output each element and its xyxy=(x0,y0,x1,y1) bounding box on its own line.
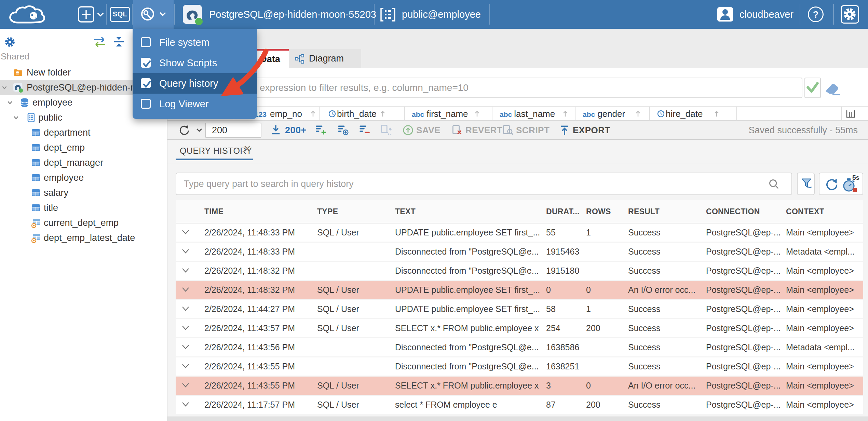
filter-expression-input[interactable] xyxy=(171,78,802,98)
expand-row-chevron-icon[interactable] xyxy=(176,266,199,276)
tree-item-salary[interactable]: salary xyxy=(0,185,167,200)
clear-filter-eraser-icon[interactable] xyxy=(824,81,842,96)
fetch-more-button[interactable]: 200+ xyxy=(285,121,307,140)
menu-item-show-scripts[interactable]: Show Scripts xyxy=(133,53,257,73)
cloudbeaver-logo-icon[interactable] xyxy=(8,3,62,25)
navigator-settings-gear-icon[interactable] xyxy=(3,36,16,49)
checkbox-checked-icon[interactable] xyxy=(141,58,151,68)
add-row-icon[interactable] xyxy=(315,124,327,136)
close-icon[interactable]: ✕ xyxy=(243,143,251,154)
expand-row-chevron-icon[interactable] xyxy=(176,285,199,296)
delete-row-icon[interactable] xyxy=(359,124,370,136)
tree-item-dept-manager[interactable]: dept_manager xyxy=(0,155,167,170)
apply-filter-button[interactable] xyxy=(804,78,821,98)
script-icon[interactable] xyxy=(502,125,513,136)
username[interactable]: cloudbeaver xyxy=(740,0,794,29)
menu-item-file-system[interactable]: File system xyxy=(133,32,257,53)
history-column-header-time[interactable]: TIME xyxy=(199,207,312,216)
save-icon[interactable] xyxy=(403,125,413,136)
revert-icon[interactable] xyxy=(452,125,463,136)
revert-button[interactable]: REVERT xyxy=(465,121,502,140)
chevron-down-icon[interactable] xyxy=(13,114,19,121)
history-column-header-durat[interactable]: DURAT... xyxy=(541,207,581,216)
fetch-more-icon[interactable] xyxy=(270,124,282,136)
tab-data[interactable]: Data xyxy=(252,49,289,68)
sort-icon[interactable] xyxy=(474,112,480,118)
query-history-row[interactable]: 2/26/2024, 11:48:33 PMSQL / UserUPDATE p… xyxy=(176,223,863,242)
query-history-row[interactable]: 2/26/2024, 11:44:27 PMSQL / UserUPDATE p… xyxy=(176,300,863,318)
chevron-down-icon[interactable] xyxy=(7,99,13,106)
row-limit-input[interactable] xyxy=(205,123,261,138)
checkbox-unchecked-icon[interactable] xyxy=(141,99,151,109)
script-button[interactable]: SCRIPT xyxy=(516,121,550,140)
columns-config-icon[interactable] xyxy=(845,109,856,118)
query-history-row[interactable]: 2/26/2024, 11:48:33 PMDisconnected from … xyxy=(176,243,863,261)
sort-icon[interactable] xyxy=(562,112,569,118)
refresh-history-icon[interactable] xyxy=(824,177,839,192)
connection-name[interactable]: PostgreSQL@ep-hidden-moon-55203 xyxy=(209,0,376,29)
grid-column-header-birth-date[interactable]: birth_date xyxy=(328,109,386,119)
tree-item-title[interactable]: title xyxy=(0,200,167,215)
query-history-search-input[interactable] xyxy=(176,173,792,195)
tree-item-department[interactable]: department xyxy=(0,125,167,140)
collapse-all-icon[interactable] xyxy=(112,36,126,48)
auto-refresh-script-icon[interactable] xyxy=(380,124,392,136)
query-history-row[interactable]: 2/26/2024, 11:43:57 PMSQL / UserSELECT x… xyxy=(176,319,863,337)
expand-row-chevron-icon[interactable] xyxy=(176,323,199,334)
tree-item-dept-emp-latest-date[interactable]: dept_emp_latest_date xyxy=(0,230,167,245)
menu-item-log-viewer[interactable]: Log Viewer xyxy=(133,94,257,114)
expand-row-chevron-icon[interactable] xyxy=(176,380,199,391)
checkbox-unchecked-icon[interactable] xyxy=(141,37,151,47)
grid-column-header-first-name[interactable]: abcfirst_name xyxy=(412,109,480,119)
history-column-header-connection[interactable]: CONNECTION xyxy=(701,207,781,216)
history-column-header-context[interactable]: CONTEXT xyxy=(781,207,863,216)
filter-history-button[interactable] xyxy=(797,173,815,195)
sort-icon[interactable] xyxy=(635,112,641,118)
export-button[interactable]: EXPORT xyxy=(573,121,610,140)
query-history-row[interactable]: 2/26/2024, 11:48:32 PMDisconnected from … xyxy=(176,262,863,280)
expand-row-chevron-icon[interactable] xyxy=(176,227,199,238)
horizontal-scrollbar[interactable] xyxy=(167,417,868,421)
expand-row-chevron-icon[interactable] xyxy=(176,361,199,372)
menu-item-query-history[interactable]: Query history xyxy=(133,73,257,94)
sql-editor-button[interactable]: SQL xyxy=(110,7,130,22)
query-history-row[interactable]: 2/26/2024, 11:48:32 PMSQL / UserUPDATE p… xyxy=(176,281,863,299)
sort-icon[interactable] xyxy=(310,112,316,118)
sort-icon[interactable] xyxy=(713,112,720,118)
sort-icon[interactable] xyxy=(379,112,386,118)
new-connection-button[interactable] xyxy=(78,6,105,23)
expand-row-chevron-icon[interactable] xyxy=(176,342,199,353)
history-column-header-rows[interactable]: ROWS xyxy=(581,207,623,216)
grid-column-header-emp-no[interactable]: 123emp_no xyxy=(255,109,316,119)
tree-item-current-dept-emp[interactable]: current_dept_emp xyxy=(0,215,167,230)
query-history-row[interactable]: 2/26/2024, 11:17:57 PMSQL / Userselect *… xyxy=(176,396,863,414)
query-history-tab[interactable]: QUERY HISTORY xyxy=(180,146,252,156)
grid-column-header-gender[interactable]: abcgender xyxy=(583,109,641,119)
query-history-row[interactable]: 2/26/2024, 11:43:56 PMDisconnected from … xyxy=(176,338,863,356)
query-history-row[interactable]: 2/26/2024, 11:43:55 PMDisconnected from … xyxy=(176,357,863,376)
duplicate-row-icon[interactable] xyxy=(337,124,349,136)
settings-button[interactable] xyxy=(841,5,859,24)
sync-connection-icon[interactable] xyxy=(92,36,107,48)
expand-row-chevron-icon[interactable] xyxy=(176,304,199,315)
save-button[interactable]: SAVE xyxy=(416,121,440,140)
schema-selector-icon[interactable] xyxy=(380,8,396,22)
history-column-header-type[interactable]: TYPE xyxy=(312,207,390,216)
expand-row-chevron-icon[interactable] xyxy=(176,246,199,257)
export-icon[interactable] xyxy=(559,125,570,136)
tools-icon[interactable] xyxy=(139,6,169,23)
refresh-button[interactable] xyxy=(178,124,206,136)
schema-path[interactable]: public@employee xyxy=(402,0,481,29)
chevron-down-icon[interactable] xyxy=(1,84,8,91)
grid-column-header-hire-date[interactable]: hire_date xyxy=(657,109,720,119)
expand-row-chevron-icon[interactable] xyxy=(176,399,199,410)
history-column-header-text[interactable]: TEXT xyxy=(390,207,541,216)
history-column-header-result[interactable]: RESULT xyxy=(623,207,701,216)
user-avatar-icon[interactable] xyxy=(717,7,733,22)
checkbox-checked-icon[interactable] xyxy=(141,78,151,88)
query-history-row[interactable]: 2/26/2024, 11:43:55 PMSQL / UserSELECT x… xyxy=(176,377,863,395)
tab-diagram[interactable]: Diagram xyxy=(289,49,361,68)
tree-item-employee[interactable]: employee xyxy=(0,170,167,185)
help-button[interactable]: ? xyxy=(808,6,824,22)
grid-column-header-last-name[interactable]: abclast_name xyxy=(500,109,569,119)
